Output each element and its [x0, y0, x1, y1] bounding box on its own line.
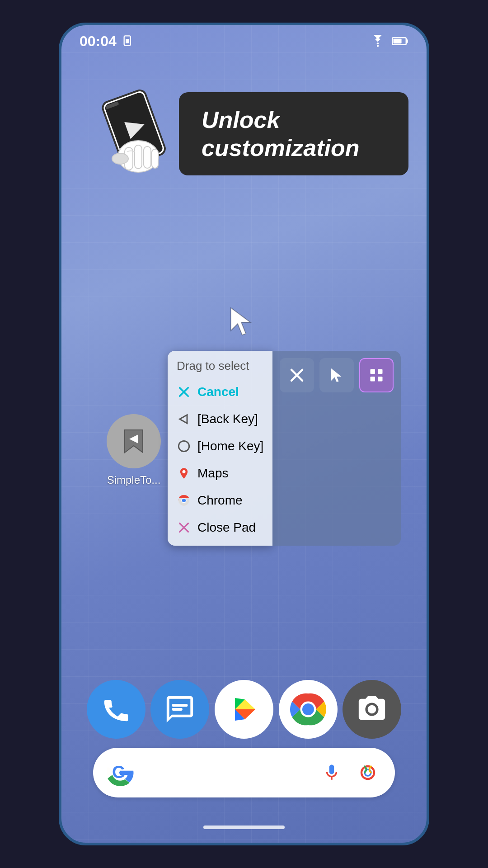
- action-pad-container: Drag to select Cancel [Back Key]: [168, 351, 401, 546]
- simpletool-icon: [107, 414, 161, 468]
- lens-icon[interactable]: [354, 759, 381, 786]
- maps-icon: [177, 466, 191, 481]
- unlock-illustration: [89, 80, 188, 188]
- mic-icon[interactable]: [318, 759, 345, 786]
- svg-rect-32: [371, 377, 375, 382]
- svg-rect-33: [378, 377, 383, 382]
- unlock-title: Unlockcustomization: [202, 106, 390, 162]
- google-g-logo: G: [107, 759, 134, 786]
- chrome-menu-icon: [177, 493, 191, 508]
- svg-point-24: [182, 499, 186, 502]
- back-key-menu-item[interactable]: [Back Key]: [168, 406, 272, 433]
- back-arrow-icon: [177, 412, 191, 426]
- svg-rect-31: [378, 369, 383, 374]
- context-menu-header: Drag to select: [168, 355, 272, 378]
- context-menu: Drag to select Cancel [Back Key]: [168, 351, 272, 546]
- dock-phone-icon[interactable]: [87, 680, 145, 739]
- chrome-menu-label: Chrome: [197, 493, 243, 508]
- cancel-label: Cancel: [197, 385, 239, 399]
- back-key-label: [Back Key]: [197, 412, 258, 426]
- svg-rect-35: [172, 704, 188, 707]
- panel-grid-btn[interactable]: [359, 358, 394, 392]
- sim-icon: [122, 35, 135, 47]
- cancel-menu-item[interactable]: Cancel: [168, 378, 272, 406]
- dock-messages-icon[interactable]: [150, 680, 209, 739]
- svg-point-21: [183, 470, 186, 473]
- svg-point-46: [302, 703, 314, 715]
- battery-icon: [392, 35, 408, 47]
- panel-close-btn[interactable]: [280, 358, 314, 392]
- home-key-label: [Home Key]: [197, 439, 263, 453]
- svg-rect-30: [371, 369, 375, 374]
- home-circle-icon: [177, 439, 191, 453]
- wifi-icon: [370, 35, 386, 47]
- svg-rect-36: [172, 708, 183, 711]
- phone-frame: 00:04: [59, 23, 429, 845]
- svg-point-20: [178, 441, 189, 451]
- dock-camera-icon[interactable]: [343, 680, 401, 739]
- svg-point-15: [112, 153, 128, 164]
- panel-cursor-btn[interactable]: [319, 358, 354, 392]
- maps-label: Maps: [197, 466, 228, 481]
- unlock-banner: Unlockcustomization: [89, 80, 408, 188]
- maps-menu-item[interactable]: Maps: [168, 460, 272, 487]
- home-key-menu-item[interactable]: [Home Key]: [168, 433, 272, 460]
- svg-marker-29: [331, 368, 342, 382]
- svg-rect-14: [152, 149, 158, 168]
- close-pad-icon: [177, 520, 191, 535]
- unlock-text-box: Unlockcustomization: [179, 92, 408, 176]
- simpletool-app[interactable]: SimpleTo...: [107, 414, 161, 486]
- svg-marker-16: [231, 308, 250, 335]
- home-indicator: [203, 826, 285, 829]
- dock-play-store-icon[interactable]: [215, 680, 273, 739]
- status-icons: [370, 35, 408, 47]
- svg-rect-5: [394, 39, 402, 43]
- svg-point-50: [361, 766, 374, 779]
- clock: 00:04: [80, 33, 117, 50]
- dock: [84, 680, 404, 739]
- simpletool-label: SimpleTo...: [107, 474, 161, 486]
- cursor-arrow: [229, 306, 256, 339]
- svg-rect-1: [126, 39, 129, 43]
- chrome-menu-item[interactable]: Chrome: [168, 487, 272, 514]
- svg-rect-12: [135, 145, 142, 169]
- svg-marker-19: [180, 415, 187, 424]
- search-bar[interactable]: G: [93, 748, 395, 797]
- svg-rect-13: [144, 146, 151, 168]
- svg-point-2: [377, 45, 379, 47]
- status-time: 00:04: [80, 33, 135, 50]
- status-bar: 00:04: [61, 25, 427, 57]
- dock-chrome-icon[interactable]: [279, 680, 338, 739]
- svg-rect-4: [406, 39, 408, 43]
- cancel-x-icon: [177, 385, 191, 399]
- icon-panel: [272, 351, 401, 546]
- close-pad-menu-item[interactable]: Close Pad: [168, 514, 272, 541]
- svg-rect-49: [120, 772, 128, 775]
- close-pad-label: Close Pad: [197, 520, 256, 535]
- icon-panel-row-1: [280, 358, 394, 392]
